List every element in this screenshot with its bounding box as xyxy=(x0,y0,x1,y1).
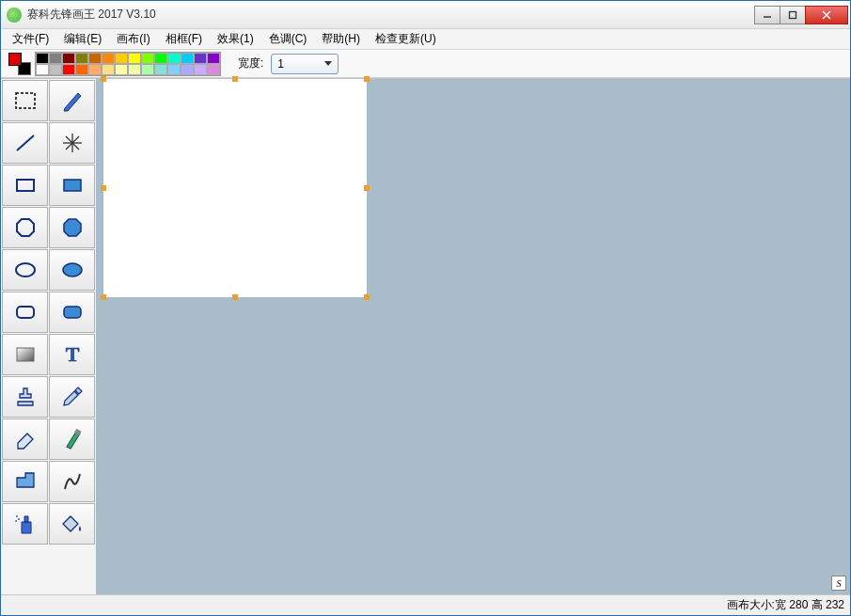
swatch-25[interactable] xyxy=(181,64,194,75)
svg-rect-18 xyxy=(17,348,34,361)
app-icon xyxy=(7,8,22,23)
tool-text[interactable]: T xyxy=(49,334,95,375)
minimize-button[interactable] xyxy=(754,6,780,24)
svg-rect-10 xyxy=(17,180,34,191)
tool-burst[interactable] xyxy=(49,122,95,164)
window-controls xyxy=(755,6,848,24)
svg-point-15 xyxy=(63,263,82,276)
tool-ellipse-outline[interactable] xyxy=(2,249,48,291)
color-picker xyxy=(8,52,221,76)
resize-handle-s[interactable] xyxy=(232,294,238,300)
swatch-22[interactable] xyxy=(141,64,154,75)
svg-rect-17 xyxy=(64,307,81,318)
resize-handle-se[interactable] xyxy=(364,294,370,300)
tool-marker[interactable] xyxy=(49,419,95,460)
tool-roundrect-outline[interactable] xyxy=(2,292,48,333)
tool-eyedropper[interactable] xyxy=(49,376,95,418)
tool-ellipse-filled[interactable] xyxy=(49,249,95,291)
svg-point-21 xyxy=(16,515,18,517)
swatch-23[interactable] xyxy=(154,64,167,75)
options-bar: 宽度: 1 xyxy=(1,50,850,78)
tool-rect-outline[interactable] xyxy=(2,165,48,206)
swatch-16[interactable] xyxy=(62,64,75,75)
swatch-2[interactable] xyxy=(62,53,75,64)
resize-handle-nw[interactable] xyxy=(101,76,106,82)
swatch-8[interactable] xyxy=(141,53,154,64)
svg-point-14 xyxy=(16,263,35,276)
tool-roundrect-filled[interactable] xyxy=(49,292,95,333)
tool-gradient[interactable] xyxy=(2,334,48,375)
svg-rect-11 xyxy=(64,180,81,191)
swatch-18[interactable] xyxy=(88,64,102,75)
canvas-area[interactable]: S xyxy=(97,79,850,594)
swatch-24[interactable] xyxy=(167,64,181,75)
tool-curve[interactable] xyxy=(49,461,95,502)
resize-handle-w[interactable] xyxy=(101,185,106,191)
svg-point-22 xyxy=(18,518,20,520)
resize-handle-sw[interactable] xyxy=(101,294,106,300)
tool-eraser[interactable] xyxy=(2,419,48,460)
menu-help[interactable]: 帮助(H) xyxy=(314,29,368,49)
menu-frame[interactable]: 相框(F) xyxy=(158,29,210,49)
swatch-5[interactable] xyxy=(102,53,115,64)
tool-spray[interactable] xyxy=(2,503,48,545)
tool-octagon-filled[interactable] xyxy=(49,207,95,248)
width-section: 宽度: 1 xyxy=(238,54,339,74)
resize-handle-ne[interactable] xyxy=(364,76,370,82)
swatch-3[interactable] xyxy=(75,53,88,64)
current-colors[interactable] xyxy=(8,53,31,75)
tool-shape-edit[interactable] xyxy=(2,461,48,502)
menu-effect[interactable]: 效果(1) xyxy=(210,29,261,49)
swatch-13[interactable] xyxy=(207,53,220,64)
swatch-4[interactable] xyxy=(88,53,102,64)
menu-edit[interactable]: 编辑(E) xyxy=(56,29,109,49)
swatch-7[interactable] xyxy=(128,53,141,64)
swatch-11[interactable] xyxy=(181,53,194,64)
swatch-10[interactable] xyxy=(167,53,181,64)
tool-octagon-outline[interactable] xyxy=(2,207,48,248)
menu-color[interactable]: 色调(C) xyxy=(261,29,315,49)
swatch-17[interactable] xyxy=(75,64,88,75)
menu-update[interactable]: 检查更新(U) xyxy=(368,29,444,49)
swatch-15[interactable] xyxy=(49,64,62,75)
tool-fill[interactable] xyxy=(49,503,95,545)
svg-text:T: T xyxy=(65,342,79,366)
resize-handle-e[interactable] xyxy=(364,185,370,191)
tool-rect-filled[interactable] xyxy=(49,165,95,206)
tool-pencil[interactable] xyxy=(49,80,95,121)
foreground-color[interactable] xyxy=(8,53,22,66)
swatch-26[interactable] xyxy=(194,64,207,75)
app-window: 赛科先锋画王 2017 V3.10 文件(F) 编辑(E) 画布(I) 相框(F… xyxy=(0,0,851,616)
swatch-1[interactable] xyxy=(49,53,62,64)
width-value: 1 xyxy=(277,57,284,71)
svg-rect-1 xyxy=(790,11,796,18)
swatch-12[interactable] xyxy=(194,53,207,64)
resize-handle-n[interactable] xyxy=(232,76,238,82)
swatch-14[interactable] xyxy=(36,64,49,75)
swatch-27[interactable] xyxy=(207,64,220,75)
swatch-0[interactable] xyxy=(36,53,49,64)
menu-canvas[interactable]: 画布(I) xyxy=(109,29,157,49)
swatch-21[interactable] xyxy=(128,64,141,75)
tool-line[interactable] xyxy=(2,122,48,164)
swatch-6[interactable] xyxy=(115,53,128,64)
swatch-20[interactable] xyxy=(115,64,128,75)
swatch-19[interactable] xyxy=(102,64,115,75)
maximize-button[interactable] xyxy=(780,6,806,24)
canvas-size-status: 画布大小:宽 280 高 232 xyxy=(721,597,850,613)
s-badge[interactable]: S xyxy=(831,576,846,591)
svg-line-5 xyxy=(17,135,34,150)
close-button[interactable] xyxy=(805,6,848,24)
width-select[interactable]: 1 xyxy=(271,54,339,74)
svg-rect-4 xyxy=(16,93,35,108)
width-label: 宽度: xyxy=(238,55,263,71)
chevron-down-icon xyxy=(324,61,332,66)
tool-select-rect[interactable] xyxy=(2,80,48,121)
canvas[interactable] xyxy=(103,79,367,297)
swatch-9[interactable] xyxy=(154,53,167,64)
main-area: T S xyxy=(1,78,850,594)
titlebar: 赛科先锋画王 2017 V3.10 xyxy=(1,1,850,29)
menu-file[interactable]: 文件(F) xyxy=(5,29,56,49)
tool-stamp[interactable] xyxy=(2,376,48,418)
statusbar: 画布大小:宽 280 高 232 xyxy=(1,594,850,615)
